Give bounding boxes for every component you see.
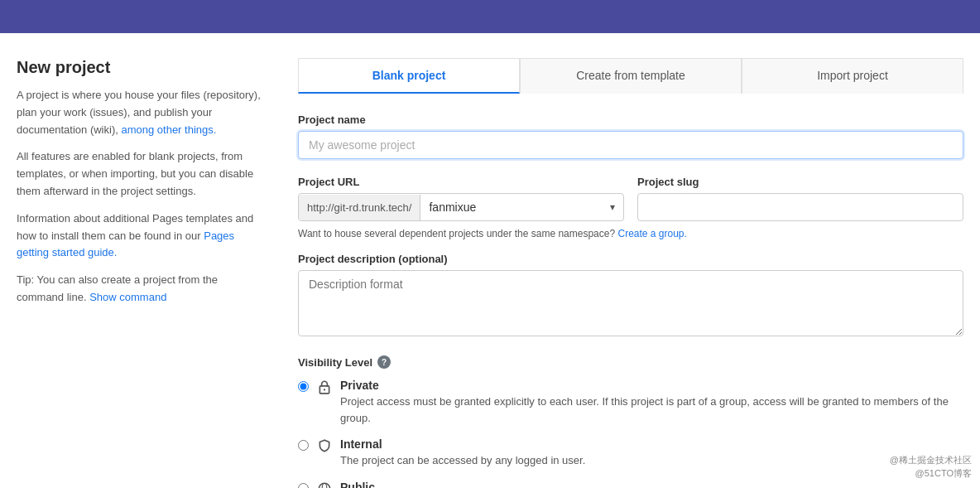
sidebar: New project A project is where you house… bbox=[17, 58, 265, 488]
tabs-container: Blank project Create from template Impor… bbox=[298, 58, 963, 94]
visibility-public-content: Public The project can be accessed witho… bbox=[340, 481, 963, 489]
shield-icon bbox=[317, 438, 332, 453]
visibility-internal-desc: The project can be accessed by any logge… bbox=[340, 452, 963, 469]
url-select-wrapper: fanmixue bbox=[420, 194, 623, 220]
url-prefix: http://git-rd.trunk.tech/ bbox=[299, 195, 420, 220]
globe-icon bbox=[317, 481, 332, 489]
create-group-link[interactable]: Create a group. bbox=[617, 228, 686, 239]
project-name-group: Project name bbox=[298, 114, 963, 159]
sidebar-para2: All features are enabled for blank proje… bbox=[17, 148, 265, 200]
watermark-line2: @51CTO博客 bbox=[890, 467, 972, 480]
project-name-input[interactable] bbox=[298, 131, 963, 159]
svg-point-2 bbox=[319, 483, 330, 488]
visibility-option-private: Private Project access must be granted e… bbox=[298, 379, 963, 426]
tab-blank-project[interactable]: Blank project bbox=[298, 58, 520, 94]
sidebar-para3: Information about additional Pages templ… bbox=[17, 210, 265, 262]
tab-create-from-template[interactable]: Create from template bbox=[520, 58, 742, 94]
url-slug-group: Project URL http://git-rd.trunk.tech/ fa… bbox=[298, 176, 963, 221]
visibility-private-title: Private bbox=[340, 379, 963, 392]
project-url-section: Project URL http://git-rd.trunk.tech/ fa… bbox=[298, 176, 624, 221]
sidebar-para1: A project is where you house your files … bbox=[17, 87, 265, 138]
visibility-radio-internal[interactable] bbox=[298, 440, 309, 451]
url-input-row: http://git-rd.trunk.tech/ fanmixue bbox=[298, 193, 624, 221]
svg-point-3 bbox=[322, 483, 327, 488]
project-slug-input[interactable]: my-awesome-project bbox=[637, 193, 963, 221]
visibility-section: Visibility Level ? Private Project acces… bbox=[298, 355, 963, 488]
visibility-label: Visibility Level ? bbox=[298, 355, 963, 369]
project-slug-label: Project slug bbox=[637, 176, 963, 188]
description-group: Project description (optional) bbox=[298, 253, 963, 339]
visibility-private-content: Private Project access must be granted e… bbox=[340, 379, 963, 426]
sidebar-tip: Tip: You can also create a project from … bbox=[17, 272, 265, 307]
visibility-public-title: Public bbox=[340, 481, 963, 489]
description-input[interactable] bbox=[298, 270, 963, 336]
lock-icon bbox=[317, 379, 332, 394]
visibility-internal-title: Internal bbox=[340, 437, 963, 451]
main-content: Blank project Create from template Impor… bbox=[298, 58, 963, 488]
visibility-internal-content: Internal The project can be accessed by … bbox=[340, 437, 963, 469]
namespace-select[interactable]: fanmixue bbox=[420, 194, 484, 220]
page-title: New project bbox=[17, 58, 265, 77]
watermark-line1: @稀土掘金技术社区 bbox=[890, 454, 972, 466]
watermark: @稀土掘金技术社区 @51CTO博客 bbox=[890, 454, 972, 480]
sidebar-link-other-things[interactable]: among other things. bbox=[121, 123, 216, 136]
visibility-option-internal: Internal The project can be accessed by … bbox=[298, 437, 963, 469]
project-slug-section: Project slug my-awesome-project bbox=[637, 176, 963, 221]
project-url-label: Project URL bbox=[298, 176, 624, 188]
namespace-help-text: Want to house several dependent projects… bbox=[298, 228, 963, 239]
description-label: Project description (optional) bbox=[298, 253, 963, 265]
show-command-link[interactable]: Show command bbox=[89, 291, 166, 303]
svg-point-1 bbox=[324, 389, 325, 390]
visibility-option-public: Public The project can be accessed witho… bbox=[298, 481, 963, 489]
project-name-label: Project name bbox=[298, 114, 963, 126]
visibility-radio-public[interactable] bbox=[298, 483, 309, 489]
top-bar bbox=[0, 0, 980, 33]
visibility-private-desc: Project access must be granted explicitl… bbox=[340, 394, 963, 426]
visibility-radio-private[interactable] bbox=[298, 381, 309, 392]
tab-import-project[interactable]: Import project bbox=[742, 58, 963, 94]
page-container: New project A project is where you house… bbox=[0, 33, 980, 488]
visibility-info-icon[interactable]: ? bbox=[377, 355, 391, 369]
